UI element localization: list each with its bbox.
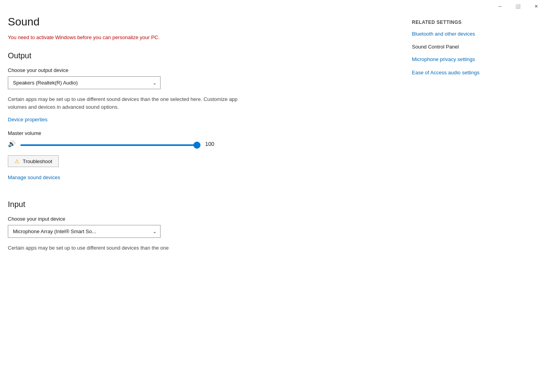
related-microphone-privacy-link[interactable]: Microphone privacy settings (412, 56, 529, 63)
related-bluetooth-link[interactable]: Bluetooth and other devices (412, 31, 529, 38)
input-device-dropdown-container: Microphone Array (Intel® Smart So... ⌄ (8, 225, 161, 238)
speaker-icon: 🔊 (8, 140, 16, 147)
activation-warning: You need to activate Windows before you … (8, 34, 282, 40)
maximize-button[interactable]: ⬜ (509, 0, 527, 13)
close-button[interactable]: ✕ (527, 0, 545, 13)
volume-slider-wrapper (20, 141, 200, 147)
manage-sound-devices-link[interactable]: Manage sound devices (8, 174, 60, 180)
volume-slider[interactable] (20, 144, 200, 146)
output-device-dropdown-container: Speakers (Realtek(R) Audio) ⌄ (8, 76, 161, 89)
input-device-label: Choose your input device (8, 216, 282, 222)
output-device-dropdown[interactable]: Speakers (Realtek(R) Audio) (8, 76, 161, 89)
related-settings-heading: Related Settings (412, 20, 529, 25)
section-separator (8, 188, 282, 200)
warning-icon: ⚠ (14, 158, 20, 164)
output-device-label: Choose your output device (8, 67, 282, 73)
volume-row: 🔊 100 (8, 140, 282, 147)
volume-value: 100 (205, 141, 219, 147)
output-heading: Output (8, 51, 282, 60)
device-properties-link[interactable]: Device properties (8, 117, 47, 122)
main-layout: Sound You need to activate Windows befor… (0, 0, 545, 273)
troubleshoot-button[interactable]: ⚠ Troubleshoot (8, 155, 59, 167)
titlebar: ─ ⬜ ✕ (491, 0, 545, 13)
input-heading: Input (8, 200, 282, 209)
input-device-dropdown[interactable]: Microphone Array (Intel® Smart So... (8, 225, 161, 238)
page-title: Sound (8, 16, 282, 28)
volume-label: Master volume (8, 130, 282, 136)
related-sound-control-link[interactable]: Sound Control Panel (412, 44, 529, 50)
content-area: Sound You need to activate Windows befor… (8, 16, 282, 257)
related-ease-of-access-link[interactable]: Ease of Access audio settings (412, 69, 529, 76)
minimize-button[interactable]: ─ (491, 0, 509, 13)
troubleshoot-label: Troubleshoot (23, 158, 52, 164)
related-settings-sidebar: Related Settings Bluetooth and other dev… (396, 16, 529, 257)
output-description: Certain apps may be set up to use differ… (8, 95, 243, 111)
input-description: Certain apps may be set up to use differ… (8, 244, 243, 252)
